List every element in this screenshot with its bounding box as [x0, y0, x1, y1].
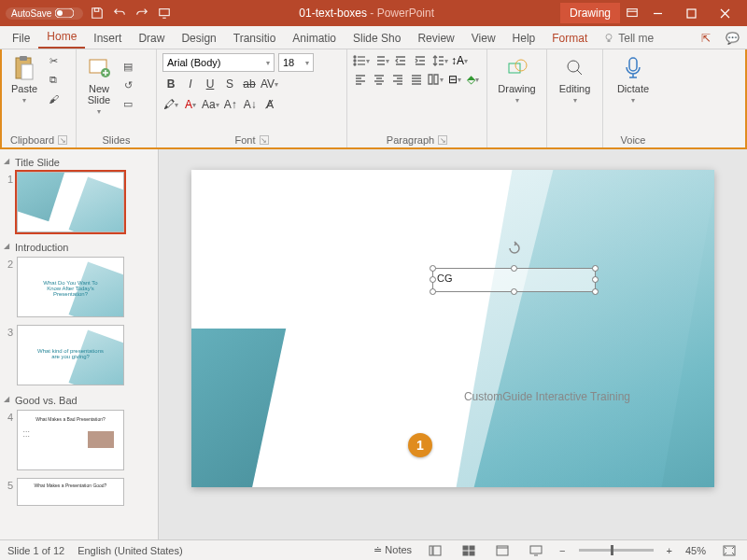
maximize-button[interactable]	[674, 0, 708, 26]
resize-handle[interactable]	[592, 276, 599, 283]
resize-handle[interactable]	[511, 288, 517, 295]
slide-editor[interactable]: 2 CustomGuide Interactive Training CG 1	[159, 149, 747, 539]
zoom-slider[interactable]	[579, 549, 654, 552]
align-left-button[interactable]	[353, 72, 369, 87]
font-name-combo[interactable]: Arial (Body)▾	[162, 53, 275, 72]
normal-view-icon[interactable]	[425, 543, 445, 558]
columns-button[interactable]: ▾	[427, 72, 444, 87]
smartart-button[interactable]: ⬘▾	[465, 72, 481, 87]
resize-handle[interactable]	[592, 265, 599, 272]
strikethrough-button[interactable]: ab	[241, 76, 258, 92]
section-introduction[interactable]: Introduction	[4, 240, 154, 257]
layout-icon[interactable]: ▤	[120, 60, 136, 75]
undo-icon[interactable]	[111, 5, 128, 21]
slide-thumb-2[interactable]: What Do You Want To Know After Today's P…	[17, 257, 124, 317]
selected-text-box[interactable]: CG	[432, 268, 596, 292]
resize-handle[interactable]	[430, 265, 436, 272]
clear-formatting-button[interactable]: A̸	[261, 96, 278, 113]
text-box-content[interactable]: CG	[437, 273, 453, 284]
zoom-level[interactable]: 45%	[685, 545, 706, 556]
tab-design[interactable]: Design	[173, 28, 224, 49]
character-spacing-button[interactable]: AV▾	[261, 76, 278, 92]
tab-draw[interactable]: Draw	[130, 28, 173, 49]
resize-handle[interactable]	[430, 276, 436, 283]
resize-handle[interactable]	[592, 288, 599, 295]
tab-help[interactable]: Help	[504, 28, 544, 49]
format-painter-icon[interactable]: 🖌	[45, 91, 62, 106]
font-color-button[interactable]: A▾	[182, 96, 199, 113]
start-from-beginning-icon[interactable]	[156, 5, 173, 21]
clipboard-dialog-launcher[interactable]: ↘	[58, 135, 67, 145]
shadow-button[interactable]: S	[221, 76, 238, 92]
tab-review[interactable]: Review	[409, 28, 462, 49]
slide-sorter-icon[interactable]	[458, 543, 479, 558]
align-right-button[interactable]	[390, 72, 406, 87]
autosave-toggle[interactable]: AutoSave	[6, 7, 83, 20]
bullets-button[interactable]: ▾	[353, 53, 370, 68]
tell-me-search[interactable]: Tell me	[596, 28, 661, 49]
share-icon[interactable]: ⇱	[694, 28, 718, 49]
tab-format[interactable]: Format	[543, 28, 596, 49]
increase-font-button[interactable]: A↑	[222, 96, 239, 113]
slide-thumb-4[interactable]: What Makes a Bad Presentation?• • •• • •	[17, 410, 124, 470]
section-title-slide[interactable]: Title Slide	[4, 155, 154, 172]
notes-button[interactable]: ≐ Notes	[374, 544, 412, 556]
slide-thumb-1[interactable]	[17, 172, 124, 232]
thumb-number: 3	[4, 325, 13, 338]
align-center-button[interactable]	[372, 72, 388, 87]
zoom-in-button[interactable]: +	[667, 545, 672, 556]
resize-handle[interactable]	[511, 265, 517, 272]
numbering-button[interactable]: ▾	[373, 53, 389, 68]
slide-thumb-5[interactable]: What Makes a Presentation Good?	[17, 478, 124, 506]
tab-insert[interactable]: Insert	[85, 28, 130, 49]
minimize-button[interactable]	[641, 0, 674, 26]
tab-animations[interactable]: Animatio	[284, 28, 345, 49]
slideshow-view-icon[interactable]	[526, 543, 546, 558]
slide-canvas[interactable]: CustomGuide Interactive Training CG 1	[191, 170, 714, 487]
redo-icon[interactable]	[134, 5, 150, 21]
tab-transitions[interactable]: Transitio	[225, 28, 285, 49]
paragraph-dialog-launcher[interactable]: ↘	[438, 135, 447, 145]
slide-counter[interactable]: Slide 1 of 12	[7, 545, 64, 556]
cut-icon[interactable]: ✂	[45, 54, 62, 69]
tab-slideshow[interactable]: Slide Sho	[345, 28, 409, 49]
bold-button[interactable]: B	[162, 76, 179, 92]
change-case-button[interactable]: Aa▾	[202, 96, 219, 113]
editing-button[interactable]: Editing▾	[553, 53, 597, 106]
tab-home[interactable]: Home	[38, 26, 85, 49]
line-spacing-button[interactable]: ▾	[431, 53, 448, 68]
resize-handle[interactable]	[430, 288, 436, 295]
indent-decrease-button[interactable]	[392, 53, 409, 68]
language-indicator[interactable]: English (United States)	[78, 545, 183, 556]
group-font-label: Font	[234, 134, 255, 146]
highlight-button[interactable]: 🖍▾	[162, 96, 179, 113]
italic-button[interactable]: I	[182, 76, 199, 92]
close-button[interactable]	[708, 0, 741, 26]
section-icon[interactable]: ▭	[120, 97, 136, 112]
decrease-font-button[interactable]: A↓	[242, 96, 259, 113]
section-good-vs-bad[interactable]: Good vs. Bad	[4, 393, 154, 410]
tab-file[interactable]: File	[4, 28, 38, 49]
indent-increase-button[interactable]	[412, 53, 429, 68]
justify-button[interactable]	[408, 72, 424, 87]
ribbon-display-icon[interactable]	[624, 5, 641, 21]
underline-button[interactable]: U	[202, 76, 218, 92]
paste-button[interactable]: Paste ▾	[7, 53, 41, 106]
font-dialog-launcher[interactable]: ↘	[260, 135, 269, 145]
comments-icon[interactable]: 💬	[718, 28, 747, 49]
slide-thumb-3[interactable]: What kind of presentations are you givin…	[17, 325, 124, 385]
rotate-handle-icon[interactable]	[507, 241, 522, 256]
new-slide-button[interactable]: New Slide ▾	[82, 53, 116, 118]
reset-icon[interactable]: ↺	[120, 78, 136, 93]
drawing-button[interactable]: Drawing▾	[493, 53, 541, 106]
zoom-out-button[interactable]: −	[559, 545, 565, 556]
text-direction-button[interactable]: ↕A▾	[451, 53, 468, 68]
fit-to-window-icon[interactable]	[719, 543, 740, 558]
reading-view-icon[interactable]	[492, 543, 513, 558]
save-icon[interactable]	[89, 5, 106, 21]
copy-icon[interactable]: ⧉	[45, 73, 62, 88]
tab-view[interactable]: View	[463, 28, 504, 49]
font-size-combo[interactable]: 18▾	[278, 53, 314, 72]
align-text-button[interactable]: ⊟▾	[446, 72, 462, 87]
dictate-button[interactable]: Dictate▾	[609, 53, 657, 106]
